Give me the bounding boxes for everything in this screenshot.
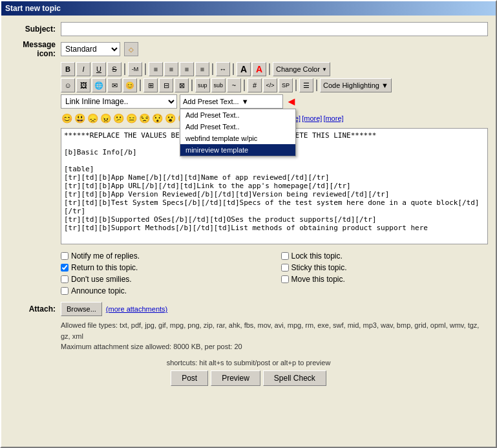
- sp-button[interactable]: SP: [279, 78, 293, 92]
- preset-menu-item-1[interactable]: Add Preset Text..: [180, 121, 295, 133]
- msg-icon-select[interactable]: Standard Normal Question Exclamation: [61, 42, 120, 56]
- smile2-button[interactable]: 😊: [123, 78, 137, 92]
- move-label: Move this topic.: [291, 275, 345, 284]
- subject-row: Subject:: [9, 22, 488, 36]
- sticky-checkbox[interactable]: [281, 264, 289, 272]
- sticky-label: Sticky this topic.: [291, 263, 347, 272]
- msg-icon-row: Message icon: Standard Normal Question E…: [9, 40, 488, 58]
- table1-button[interactable]: ⊞: [143, 78, 158, 92]
- browse-button[interactable]: Browse...: [61, 302, 102, 316]
- emoji-8[interactable]: 😮: [164, 112, 176, 124]
- sup-button[interactable]: sup: [195, 78, 210, 92]
- preset-text-arrow: ▼: [242, 98, 249, 105]
- preset-text-label: Add Preset Text...: [183, 98, 239, 105]
- move-row: Move this topic.: [281, 275, 489, 284]
- separator-6: [140, 80, 141, 91]
- return-label: Return to this topic.: [71, 263, 138, 272]
- toolbar-area: B I U S -M ≡ ≡ ≡ ≡ ↔ A A Change Color: [61, 62, 488, 109]
- allowed-types: Allowed file types: txt, pdf, jpg, gif, …: [61, 320, 488, 352]
- preset-menu-item-0[interactable]: Add Preset Text..: [180, 109, 295, 121]
- italic-button[interactable]: I: [76, 62, 90, 76]
- hash-button[interactable]: #: [248, 78, 262, 92]
- emoji-7[interactable]: 😯: [151, 112, 163, 124]
- change-color-button[interactable]: Change Color ▼: [273, 62, 330, 76]
- separator-4: [233, 63, 234, 75]
- mail-button[interactable]: ✉: [107, 78, 122, 92]
- code-tag-button[interactable]: </>: [263, 78, 277, 92]
- font-color-button[interactable]: A: [252, 62, 266, 76]
- dont-smilies-row: Don't use smilies.: [61, 275, 268, 284]
- notify-row: Notify me of replies.: [61, 251, 268, 261]
- emoji-6[interactable]: 😒: [138, 112, 150, 124]
- preset-text-wrap: Add Preset Text... ▼ Add Preset Text.. A…: [180, 94, 283, 109]
- emoji-4[interactable]: 😕: [112, 112, 124, 124]
- emoji-0[interactable]: 😊: [61, 112, 72, 124]
- more-link-2[interactable]: [more]: [323, 114, 343, 122]
- separator-2: [145, 63, 146, 75]
- subject-label: Subject:: [9, 25, 61, 34]
- bold-button[interactable]: B: [61, 62, 75, 76]
- emoji-2[interactable]: 😞: [87, 112, 98, 124]
- announce-row: Announce topic.: [61, 286, 268, 295]
- announce-checkbox[interactable]: [61, 287, 69, 295]
- underline-button[interactable]: U: [92, 62, 106, 76]
- font-size-button[interactable]: A: [237, 62, 251, 76]
- emoji-1[interactable]: 😃: [74, 112, 85, 124]
- strike-button[interactable]: S: [107, 62, 122, 76]
- more-attachments-link[interactable]: (more attachments): [106, 305, 167, 313]
- window-title: Start new topic: [5, 4, 61, 13]
- dont-smilies-label: Don't use smilies.: [71, 275, 132, 284]
- shortcuts-text: shortcuts: hit alt+s to submit/post or a…: [167, 359, 331, 367]
- toolbar-row-2: ☺ 🖼 🌐 ✉ 😊 ⊞ ⊟ ⊠ sup sub ~ # </> SP ☰: [61, 78, 488, 92]
- more-link-1[interactable]: [more]: [302, 114, 322, 122]
- dont-smilies-checkbox[interactable]: [61, 275, 69, 283]
- image-button[interactable]: 🖼: [76, 78, 90, 92]
- align-left-button[interactable]: ≡: [149, 62, 163, 76]
- diamond-button[interactable]: ◇: [124, 42, 138, 56]
- table2-button[interactable]: ⊟: [159, 78, 173, 92]
- separator-1: [124, 63, 125, 75]
- lock-checkbox[interactable]: [281, 252, 289, 260]
- spell-check-button[interactable]: Spell Check: [263, 370, 326, 386]
- notify-checkbox[interactable]: [61, 252, 69, 260]
- announce-label: Announce topic.: [71, 286, 127, 295]
- preset-menu-item-3[interactable]: minireview template: [180, 144, 295, 156]
- preset-menu-item-2[interactable]: webfind template w/pic: [180, 133, 295, 144]
- separator-3: [212, 63, 213, 75]
- main-window: Start new topic Subject: Message icon: S…: [0, 0, 497, 448]
- table3-button[interactable]: ⊠: [174, 78, 189, 92]
- list-button[interactable]: ☰: [299, 78, 313, 92]
- emoji-5[interactable]: 😑: [125, 112, 137, 124]
- return-row: Return to this topic.: [61, 263, 268, 272]
- align-full-button[interactable]: ≡: [195, 62, 209, 76]
- separator-7: [191, 80, 193, 91]
- msg-icon-label: Message icon:: [9, 40, 61, 58]
- separator-8: [244, 80, 245, 91]
- world-button[interactable]: 🌐: [92, 78, 106, 92]
- checkboxes-area: Notify me of replies. Lock this topic. R…: [61, 251, 488, 295]
- code-highlighting-arrow: ▼: [381, 81, 388, 89]
- preset-text-button[interactable]: Add Preset Text... ▼: [180, 94, 283, 109]
- attach-label: Attach:: [9, 304, 61, 314]
- post-button[interactable]: Post: [171, 370, 208, 386]
- red-arrow-indicator: ◄: [286, 96, 297, 107]
- return-checkbox[interactable]: [61, 264, 69, 272]
- emoji-3[interactable]: 😠: [100, 112, 111, 124]
- preview-button[interactable]: Preview: [211, 370, 260, 386]
- sub-button[interactable]: sub: [211, 78, 226, 92]
- smilies-button[interactable]: ☺: [61, 78, 75, 92]
- code-highlighting-button[interactable]: Code Highlighting ▼: [320, 78, 392, 92]
- preset-dropdown-menu: Add Preset Text.. Add Preset Text.. webf…: [180, 109, 296, 156]
- separator-10: [316, 80, 317, 91]
- bottom-buttons: Post Preview Spell Check: [9, 370, 488, 386]
- move-checkbox[interactable]: [281, 275, 289, 283]
- link-inline-select[interactable]: Link Inline Image..: [61, 94, 177, 109]
- align-center-button[interactable]: ≡: [164, 62, 178, 76]
- hr-button[interactable]: ↔: [216, 62, 230, 76]
- em-button[interactable]: -M: [128, 62, 142, 76]
- align-right-button[interactable]: ≡: [180, 62, 194, 76]
- wave-button[interactable]: ~: [227, 78, 241, 92]
- subject-input[interactable]: [61, 22, 488, 36]
- toolbar-row-1: B I U S -M ≡ ≡ ≡ ≡ ↔ A A Change Color: [61, 62, 488, 76]
- notify-label: Notify me of replies.: [71, 251, 140, 261]
